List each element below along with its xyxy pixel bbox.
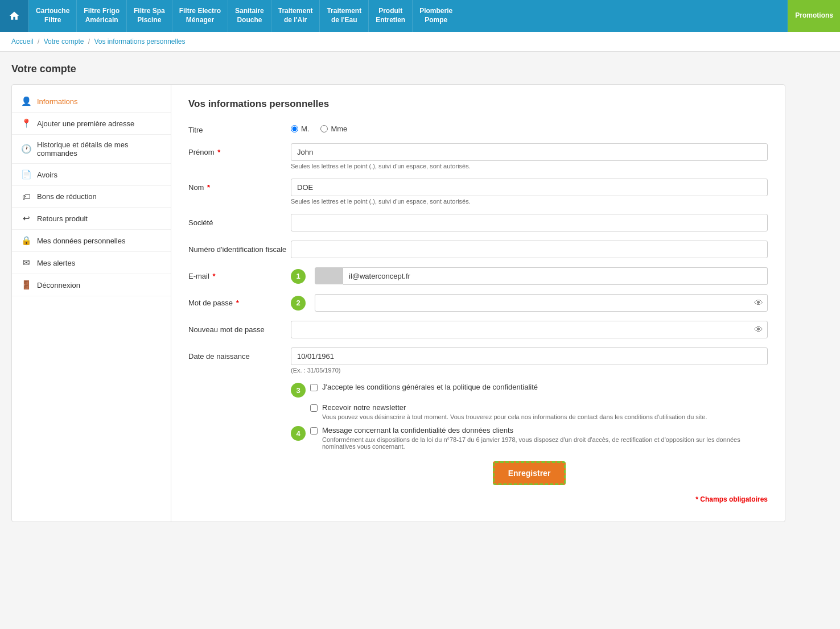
titre-label: Titre	[188, 121, 291, 134]
titre-field: M. Mme	[291, 121, 768, 133]
cgv-row: 3 J'accepte les conditions générales et …	[291, 383, 768, 398]
new-password-row: Nouveau mot de passe 👁	[188, 321, 768, 338]
newsletter-label[interactable]: Recevoir notre newsletter	[322, 403, 406, 412]
password-row: Mot de passe * 2 👁	[188, 294, 768, 312]
dob-row: Date de naissance (Ex. : 31/05/1970)	[188, 347, 768, 374]
home-button[interactable]	[0, 0, 28, 32]
sidebar-label-donnees: Mes données personnelles	[37, 237, 125, 245]
history-icon: 🕐	[21, 144, 31, 154]
nav-produit-entretien[interactable]: Produit Entretien	[368, 0, 412, 32]
dob-input[interactable]	[291, 347, 768, 365]
titre-radio-group: M. Mme	[291, 121, 768, 133]
new-password-input[interactable]	[291, 321, 768, 338]
lock-icon: 🔒	[21, 235, 31, 246]
nav-filtre-frigo[interactable]: Filtre Frigo Américain	[76, 0, 126, 32]
email-row: E-mail * 1 il@waterconcept.fr	[188, 267, 768, 285]
prenom-hint: Seules les lettres et le point (.), suiv…	[291, 163, 768, 169]
new-password-field: 👁	[291, 321, 768, 338]
titre-Mme-radio[interactable]	[320, 125, 328, 133]
sidebar-label-bons: Bons de réduction	[37, 192, 97, 201]
nom-hint: Seules les lettres et le point (.), suiv…	[291, 198, 768, 205]
breadcrumb-current[interactable]: Vos informations personnelles	[94, 38, 185, 45]
nav-sanitaire-douche[interactable]: Sanitaire Douche	[228, 0, 271, 32]
checkboxes-section: 3 J'accepte les conditions générales et …	[291, 383, 768, 485]
form-title: Vos informations personnelles	[188, 98, 768, 110]
sidebar-item-deconnexion[interactable]: 🚪 Déconnexion	[12, 274, 171, 296]
password-input[interactable]	[315, 294, 768, 312]
breadcrumb-votre-compte[interactable]: Votre compte	[44, 38, 84, 45]
sidebar-label-informations: Informations	[37, 97, 78, 106]
prenom-field: Seules les lettres et le point (.), suiv…	[291, 143, 768, 169]
form-actions: Enregistrer	[291, 461, 768, 485]
user-icon: 👤	[21, 96, 31, 106]
sidebar-item-informations[interactable]: 👤 Informations	[12, 90, 171, 113]
sidebar-item-bons[interactable]: 🏷 Bons de réduction	[12, 186, 171, 208]
titre-row: Titre M. Mme	[188, 121, 768, 134]
email-label: E-mail *	[188, 267, 291, 280]
nav-traitement-eau[interactable]: Traitement de l'Eau	[319, 0, 368, 32]
nav-filtre-spa[interactable]: Filtre Spa Piscine	[126, 0, 172, 32]
sidebar-label-adresse: Ajouter une première adresse	[37, 119, 134, 128]
privacy-checkbox[interactable]	[310, 427, 318, 434]
password-toggle-button[interactable]: 👁	[754, 298, 763, 308]
privacy-row: 4 Message concernant la confidentialité …	[291, 426, 768, 450]
sidebar-item-retours[interactable]: ↩ Retours produit	[12, 208, 171, 230]
sidebar-label-historique: Historique et détails de mes commandes	[37, 140, 162, 158]
sidebar-item-historique[interactable]: 🕐 Historique et détails de mes commandes	[12, 135, 171, 164]
nav-promotions[interactable]: Promotions	[788, 0, 840, 32]
breadcrumb-accueil[interactable]: Accueil	[11, 38, 34, 45]
newsletter-hint: Vous pouvez vous désinscrire à tout mome…	[322, 413, 707, 420]
nom-row: Nom * Seules les lettres et le point (.)…	[188, 179, 768, 205]
prenom-input[interactable]	[291, 143, 768, 161]
nav-traitement-air[interactable]: Traitement de l'Air	[271, 0, 320, 32]
step1-badge: 1	[291, 269, 306, 284]
step3-badge: 3	[291, 383, 306, 398]
fiscal-field	[291, 241, 768, 258]
alert-icon: ✉	[21, 258, 31, 268]
newsletter-checkbox[interactable]	[310, 404, 318, 412]
cgv-checkbox[interactable]	[310, 384, 318, 391]
nom-label: Nom *	[188, 179, 291, 192]
sidebar-label-deconnexion: Déconnexion	[37, 281, 80, 289]
sidebar-label-retours: Retours produit	[37, 214, 88, 223]
fiscal-input[interactable]	[291, 241, 768, 258]
fiscal-row: Numéro d'identification fiscale	[188, 241, 768, 258]
nav-plomberie-pompe[interactable]: Plomberie Pompe	[412, 0, 459, 32]
sidebar-item-alertes[interactable]: ✉ Mes alertes	[12, 252, 171, 274]
save-button[interactable]: Enregistrer	[493, 461, 566, 485]
dob-field: (Ex. : 31/05/1970)	[291, 347, 768, 374]
step4-badge: 4	[291, 426, 306, 441]
email-suffix: il@waterconcept.fr	[343, 267, 768, 285]
logout-icon: 🚪	[21, 280, 31, 290]
societe-input[interactable]	[291, 214, 768, 231]
nom-field: Seules les lettres et le point (.), suiv…	[291, 179, 768, 205]
sidebar-item-adresse[interactable]: 📍 Ajouter une première adresse	[12, 113, 171, 135]
nom-input[interactable]	[291, 179, 768, 196]
newsletter-row: Recevoir notre newsletter Vous pouvez vo…	[310, 403, 768, 420]
required-note: * Champs obligatoires	[188, 491, 768, 508]
nav-filtre-electro[interactable]: Filtre Electro Ménager	[172, 0, 228, 32]
privacy-label[interactable]: Message concernant la confidentialité de…	[322, 426, 513, 434]
cgv-label[interactable]: J'accepte les conditions générales et la…	[322, 383, 538, 391]
document-icon: 📄	[21, 169, 31, 180]
sidebar-item-donnees[interactable]: 🔒 Mes données personnelles	[12, 230, 171, 252]
return-icon: ↩	[21, 213, 31, 224]
dob-label: Date de naissance	[188, 347, 291, 361]
titre-Mme-label[interactable]: Mme	[320, 125, 347, 133]
fiscal-label: Numéro d'identification fiscale	[188, 241, 291, 254]
step2-badge: 2	[291, 296, 306, 311]
titre-M-label[interactable]: M.	[291, 125, 309, 133]
prenom-row: Prénom * Seules les lettres et le point …	[188, 143, 768, 169]
nav-cartouche-filtre[interactable]: Cartouche Filtre	[28, 0, 76, 32]
titre-M-radio[interactable]	[291, 125, 298, 133]
prenom-label: Prénom *	[188, 143, 291, 156]
new-password-toggle-button[interactable]: 👁	[754, 325, 763, 335]
page-content: Votre compte 👤 Informations 📍 Ajouter un…	[0, 52, 797, 533]
email-blur	[315, 267, 343, 284]
account-card: 👤 Informations 📍 Ajouter une première ad…	[11, 84, 785, 522]
sidebar-label-alertes: Mes alertes	[37, 259, 75, 267]
societe-row: Société	[188, 214, 768, 231]
sidebar-item-avoirs[interactable]: 📄 Avoirs	[12, 164, 171, 186]
societe-field	[291, 214, 768, 231]
top-navigation: Cartouche Filtre Filtre Frigo Américain …	[0, 0, 840, 32]
